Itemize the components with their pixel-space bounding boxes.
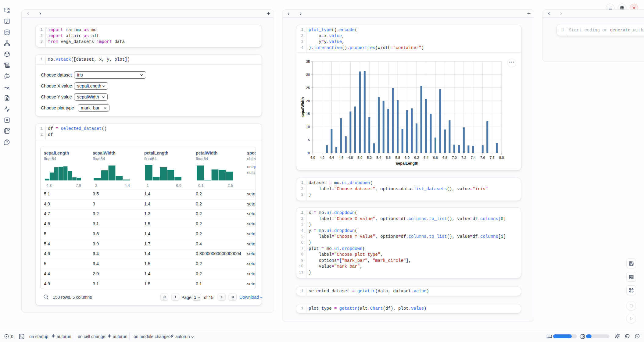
svg-text:35: 35	[306, 60, 310, 63]
svg-text:6.4: 6.4	[424, 156, 429, 159]
svg-text:20: 20	[306, 99, 310, 103]
svg-text:5.4: 5.4	[376, 156, 381, 159]
svg-text:7.2: 7.2	[461, 156, 466, 159]
svg-text:4.8: 4.8	[348, 156, 353, 159]
svg-text:30: 30	[306, 73, 310, 77]
svg-text:6.6: 6.6	[433, 156, 438, 159]
svg-text:5.2: 5.2	[367, 156, 372, 159]
svg-text:4.6: 4.6	[338, 156, 343, 159]
svg-text:5.0: 5.0	[357, 156, 362, 159]
svg-text:6.2: 6.2	[414, 156, 419, 159]
svg-text:5.6: 5.6	[386, 156, 391, 159]
svg-text:sepalLength: sepalLength	[396, 161, 418, 166]
svg-text:8.0: 8.0	[499, 156, 504, 159]
svg-text:7.4: 7.4	[471, 156, 476, 159]
svg-text:7.6: 7.6	[480, 156, 485, 159]
svg-text:4.0: 4.0	[310, 156, 315, 159]
svg-text:10: 10	[306, 125, 310, 129]
svg-text:sepalWidth: sepalWidth	[301, 97, 305, 118]
svg-text:15: 15	[306, 112, 310, 116]
svg-text:6.8: 6.8	[442, 156, 447, 159]
svg-text:6.0: 6.0	[405, 156, 410, 159]
svg-text:7.0: 7.0	[452, 156, 457, 159]
svg-text:0: 0	[308, 151, 310, 155]
svg-text:4.2: 4.2	[320, 156, 324, 159]
svg-text:7.8: 7.8	[490, 156, 495, 159]
svg-text:5: 5	[308, 138, 310, 142]
svg-text:25: 25	[306, 86, 310, 90]
svg-text:4.4: 4.4	[329, 156, 334, 159]
svg-text:5.8: 5.8	[395, 156, 400, 159]
